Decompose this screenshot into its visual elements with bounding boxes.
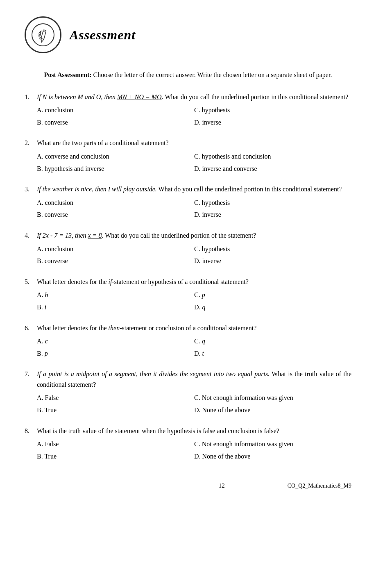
question-content-8: What is the truth value of the statement… bbox=[37, 426, 351, 436]
assessment-icon bbox=[25, 16, 61, 53]
choices-3: A. conclusionC. hypothesisB. converseD. … bbox=[37, 197, 351, 220]
svg-point-0 bbox=[32, 24, 54, 46]
choice-4-3: D. inverse bbox=[194, 255, 351, 267]
choice-3-3: D. inverse bbox=[194, 209, 351, 220]
choices-8: A. FalseC. Not enough information was gi… bbox=[37, 438, 351, 462]
choice-6-2: B. p bbox=[37, 348, 194, 359]
choice-6-1: C. q bbox=[194, 336, 351, 347]
question-6: 6.What letter denotes for the then-state… bbox=[25, 323, 351, 359]
question-3: 3.If the weather is nice, then I will pl… bbox=[25, 184, 351, 220]
document-code: CO_Q2_Mathematics8_M9 bbox=[288, 483, 351, 489]
question-2: 2.What are the two parts of a conditiona… bbox=[25, 138, 351, 174]
choice-2-3: D. inverse and converse bbox=[194, 163, 351, 175]
page-header: Assessment bbox=[25, 16, 351, 53]
choice-7-0: A. False bbox=[37, 392, 194, 404]
choices-1: A. conclusionC. hypothesisB. converseD. … bbox=[37, 104, 351, 128]
page-footer: 12 CO_Q2_Mathematics8_M9 bbox=[25, 478, 351, 489]
choice-4-2: B. converse bbox=[37, 255, 194, 267]
question-content-4: If 2x - 7 = 13, then x = 8. What do you … bbox=[37, 230, 351, 241]
question-content-6: What letter denotes for the then-stateme… bbox=[37, 323, 351, 334]
intro-text: Choose the letter of the correct answer.… bbox=[93, 71, 332, 78]
choices-2: A. converse and conclusionC. hypothesis … bbox=[37, 151, 351, 174]
choice-6-3: D. t bbox=[194, 348, 351, 359]
choices-6: A. cC. qB. pD. t bbox=[37, 336, 351, 359]
choice-1-3: D. inverse bbox=[194, 117, 351, 128]
question-8: 8.What is the truth value of the stateme… bbox=[25, 426, 351, 462]
question-5: 5.What letter denotes for the if-stateme… bbox=[25, 277, 351, 313]
page-number: 12 bbox=[156, 482, 288, 489]
choice-3-1: C. hypothesis bbox=[194, 197, 351, 209]
question-4: 4.If 2x - 7 = 13, then x = 8. What do yo… bbox=[25, 230, 351, 267]
choice-1-2: B. converse bbox=[37, 117, 194, 128]
intro-block: Post Assessment: Choose the letter of th… bbox=[25, 70, 351, 80]
choice-3-0: A. conclusion bbox=[37, 197, 194, 209]
question-number-5: 5. bbox=[25, 277, 37, 287]
choice-2-0: A. converse and conclusion bbox=[37, 151, 194, 162]
question-content-2: What are the two parts of a conditional … bbox=[37, 138, 351, 148]
choice-5-2: B. i bbox=[37, 302, 194, 313]
choice-7-3: D. None of the above bbox=[194, 404, 351, 416]
choice-5-1: C. p bbox=[194, 289, 351, 301]
svg-line-3 bbox=[43, 32, 46, 32]
question-content-5: What letter denotes for the if-statement… bbox=[37, 277, 351, 287]
choices-4: A. conclusionC. hypothesisB. converseD. … bbox=[37, 243, 351, 267]
choice-3-2: B. converse bbox=[37, 209, 194, 220]
choice-6-0: A. c bbox=[37, 336, 194, 347]
choice-1-0: A. conclusion bbox=[37, 104, 194, 116]
choice-1-1: C. hypothesis bbox=[194, 104, 351, 116]
question-number-7: 7. bbox=[25, 369, 37, 379]
question-number-2: 2. bbox=[25, 138, 37, 148]
question-number-4: 4. bbox=[25, 230, 37, 241]
choice-5-0: A. h bbox=[37, 289, 194, 301]
choice-4-1: C. hypothesis bbox=[194, 243, 351, 255]
choice-2-2: B. hypothesis and inverse bbox=[37, 163, 194, 175]
question-number-3: 3. bbox=[25, 184, 37, 195]
choice-2-1: C. hypothesis and conclusion bbox=[194, 151, 351, 162]
intro-label: Post Assessment: bbox=[44, 71, 92, 78]
choice-8-3: D. None of the above bbox=[194, 451, 351, 462]
question-number-1: 1. bbox=[25, 92, 37, 102]
question-number-8: 8. bbox=[25, 426, 37, 436]
choice-5-3: D. q bbox=[194, 302, 351, 313]
question-7: 7.If a point is a midpoint of a segment,… bbox=[25, 369, 351, 415]
choice-7-1: C. Not enough information was given bbox=[194, 392, 351, 404]
choice-8-2: B. True bbox=[37, 451, 194, 462]
choice-7-2: B. True bbox=[37, 404, 194, 416]
choice-4-0: A. conclusion bbox=[37, 243, 194, 255]
question-content-7: If a point is a midpoint of a segment, t… bbox=[37, 369, 351, 390]
question-1: 1.If N is between M and O, then MN + NO … bbox=[25, 92, 351, 128]
question-content-1: If N is between M and O, then MN + NO = … bbox=[37, 92, 351, 102]
question-content-3: If the weather is nice, then I will play… bbox=[37, 184, 351, 195]
choice-8-0: A. False bbox=[37, 438, 194, 450]
choices-5: A. hC. pB. iD. q bbox=[37, 289, 351, 313]
choices-7: A. FalseC. Not enough information was gi… bbox=[37, 392, 351, 415]
choice-8-1: C. Not enough information was given bbox=[194, 438, 351, 450]
question-number-6: 6. bbox=[25, 323, 37, 334]
page-title: Assessment bbox=[70, 27, 136, 43]
